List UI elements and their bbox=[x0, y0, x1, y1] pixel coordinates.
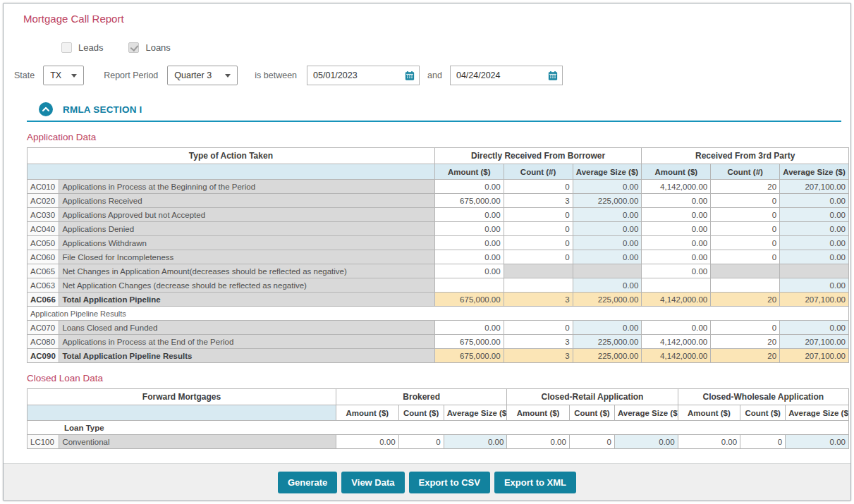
value-cell[interactable]: 0 bbox=[398, 435, 444, 449]
page-title: Mortgage Call Report bbox=[23, 13, 850, 25]
value-cell[interactable]: 0.00 bbox=[642, 250, 711, 264]
value-cell[interactable]: 0 bbox=[711, 208, 780, 222]
report-period-select[interactable]: Quarter 3 bbox=[167, 66, 238, 85]
value-cell bbox=[780, 264, 849, 278]
value-cell[interactable] bbox=[434, 278, 504, 293]
value-cell[interactable]: 20 bbox=[711, 180, 780, 194]
value-cell[interactable]: 0.00 bbox=[434, 208, 504, 222]
subheader-spacer bbox=[28, 405, 336, 421]
date-from-calendar-button[interactable] bbox=[401, 66, 419, 85]
value-cell[interactable]: 3 bbox=[504, 194, 573, 208]
value-cell[interactable]: 0.00 bbox=[642, 236, 711, 250]
value-cell[interactable]: 0 bbox=[569, 435, 614, 449]
value-cell[interactable] bbox=[504, 278, 573, 293]
value-cell[interactable]: 0.00 bbox=[434, 264, 504, 278]
value-cell[interactable]: 0.00 bbox=[642, 321, 711, 335]
value-cell[interactable]: 0.00 bbox=[434, 180, 504, 194]
view-data-button[interactable]: View Data bbox=[341, 472, 404, 493]
export-to-xml-button[interactable]: Export to XML bbox=[494, 472, 576, 493]
date-to-input[interactable] bbox=[451, 70, 544, 80]
value-cell[interactable]: 4,142,000.00 bbox=[642, 180, 711, 194]
value-cell[interactable]: 0 bbox=[711, 321, 780, 335]
value-cell[interactable] bbox=[711, 278, 780, 293]
row-label: Applications in Process at the Beginning… bbox=[59, 180, 434, 194]
column-group-header: Closed-Wholesale Application bbox=[678, 389, 848, 405]
value-cell[interactable]: 0 bbox=[711, 236, 780, 250]
value-cell[interactable]: 0.00 bbox=[507, 435, 570, 449]
loans-checkbox[interactable] bbox=[128, 42, 139, 53]
value-cell[interactable]: 0 bbox=[504, 321, 573, 335]
value-cell: 0.00 bbox=[780, 321, 849, 335]
column-group-header: Brokered bbox=[336, 389, 507, 405]
value-cell: 207,100.00 bbox=[780, 180, 849, 194]
leads-checkbox-item[interactable]: Leads bbox=[61, 42, 103, 53]
action-toolbar: Generate View Data Export to CSV Export … bbox=[4, 463, 850, 500]
row-code: AC030 bbox=[28, 208, 59, 222]
value-cell: 0.00 bbox=[573, 236, 642, 250]
row-code: AC020 bbox=[28, 194, 59, 208]
value-cell[interactable]: 675,000.00 bbox=[434, 194, 504, 208]
report-content: Mortgage Call Report Leads Loans State T… bbox=[4, 4, 850, 463]
leads-checkbox[interactable] bbox=[61, 42, 72, 53]
value-cell: 207,100.00 bbox=[780, 349, 849, 363]
value-cell[interactable]: 0.00 bbox=[434, 222, 504, 236]
value-cell: 207,100.00 bbox=[780, 335, 849, 349]
value-cell[interactable]: 0 bbox=[504, 208, 573, 222]
value-cell[interactable] bbox=[642, 278, 711, 293]
value-cell[interactable]: 0 bbox=[711, 222, 780, 236]
column-header: Average Size ($) bbox=[614, 405, 678, 421]
date-from-input[interactable] bbox=[307, 70, 401, 80]
date-to-calendar-button[interactable] bbox=[544, 66, 562, 85]
value-cell[interactable]: 0.00 bbox=[642, 194, 711, 208]
value-cell: 0.00 bbox=[573, 278, 642, 293]
value-cell[interactable]: 0 bbox=[711, 194, 780, 208]
column-group-header: Type of Action Taken bbox=[28, 148, 435, 164]
collapse-section-button[interactable] bbox=[39, 102, 53, 116]
value-cell[interactable]: 0.00 bbox=[336, 435, 399, 449]
closed-loan-data-title: Closed Loan Data bbox=[27, 373, 850, 383]
row-code: AC060 bbox=[28, 250, 59, 264]
value-cell: 0.00 bbox=[573, 222, 642, 236]
value-cell: 225,000.00 bbox=[573, 194, 642, 208]
calendar-icon bbox=[405, 70, 415, 81]
value-cell[interactable]: 3 bbox=[504, 335, 573, 349]
value-cell: 3 bbox=[504, 349, 573, 363]
value-cell[interactable]: 0.00 bbox=[642, 264, 711, 278]
lead-loan-checkboxes: Leads Loans bbox=[61, 42, 850, 53]
value-cell[interactable]: 0 bbox=[504, 250, 573, 264]
value-cell[interactable]: 0.00 bbox=[434, 321, 504, 335]
mortgage-call-report-window: Mortgage Call Report Leads Loans State T… bbox=[3, 3, 851, 501]
value-cell[interactable]: 4,142,000.00 bbox=[642, 335, 711, 349]
value-cell: 0.00 bbox=[780, 250, 849, 264]
value-cell: 0.00 bbox=[780, 278, 849, 293]
value-cell[interactable]: 0 bbox=[504, 222, 573, 236]
value-cell[interactable]: 0.00 bbox=[642, 222, 711, 236]
value-cell[interactable]: 20 bbox=[711, 335, 780, 349]
value-cell[interactable]: 0 bbox=[711, 250, 780, 264]
state-label: State bbox=[14, 70, 35, 80]
row-label: Loans Closed and Funded bbox=[59, 321, 434, 335]
closed-loan-data-table: Forward MortgagesBrokeredClosed-Retail A… bbox=[27, 388, 849, 449]
row-label: Applications Denied bbox=[59, 222, 434, 236]
value-cell[interactable]: 0 bbox=[504, 180, 573, 194]
chevron-down-icon bbox=[225, 74, 231, 78]
row-label: Net Application Changes (decrease should… bbox=[59, 278, 434, 293]
value-cell[interactable]: 0.00 bbox=[678, 435, 740, 449]
rmla-section-header: RMLA SECTION I bbox=[39, 102, 850, 116]
loans-checkbox-item[interactable]: Loans bbox=[128, 42, 170, 53]
generate-button[interactable]: Generate bbox=[278, 472, 337, 493]
value-cell[interactable]: 0 bbox=[740, 435, 786, 449]
column-header: Amount ($) bbox=[642, 164, 711, 180]
value-cell[interactable]: 0 bbox=[504, 236, 573, 250]
value-cell[interactable]: 0.00 bbox=[434, 236, 504, 250]
value-cell[interactable]: 675,000.00 bbox=[434, 335, 504, 349]
export-to-csv-button[interactable]: Export to CSV bbox=[409, 472, 490, 493]
column-header: Average Size ($) bbox=[444, 405, 507, 421]
value-cell bbox=[504, 264, 573, 278]
value-cell[interactable]: 0.00 bbox=[642, 208, 711, 222]
column-header: Average Size ($) bbox=[573, 164, 642, 180]
value-cell[interactable]: 0.00 bbox=[434, 250, 504, 264]
value-cell: 0.00 bbox=[780, 222, 849, 236]
application-data-title: Application Data bbox=[27, 132, 850, 142]
state-select[interactable]: TX bbox=[43, 66, 84, 85]
